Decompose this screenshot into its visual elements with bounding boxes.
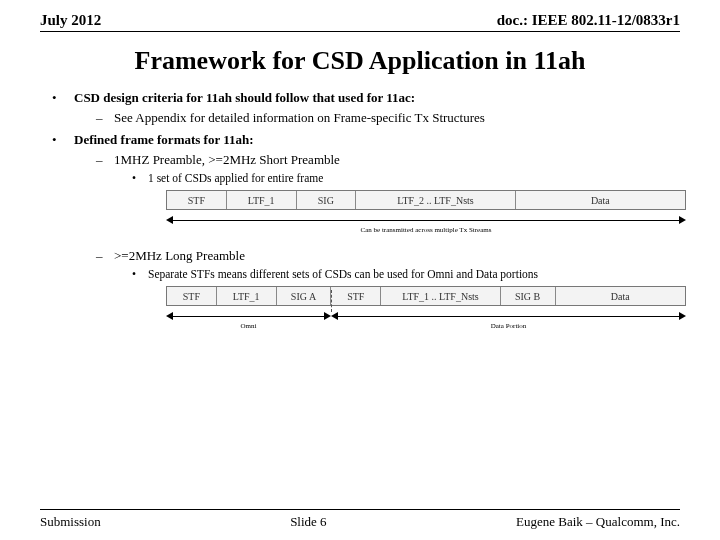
header-docid: doc.: IEEE 802.11-12/0833r1: [497, 12, 680, 29]
seg: STF: [331, 287, 381, 305]
seg: LTF_1: [227, 191, 297, 209]
arrow-label-omni: Omni: [166, 322, 331, 330]
footer: Submission Slide 6 Eugene Baik – Qualcom…: [0, 509, 720, 530]
seg: Data: [516, 191, 685, 209]
frame-row-2: STF LTF_1 SIG A STF LTF_1 .. LTF_Nsts SI…: [166, 286, 686, 306]
footer-center: Slide 6: [290, 514, 326, 530]
square-icon: •: [132, 172, 148, 184]
arrow-line: [172, 316, 325, 317]
dash-icon: –: [96, 248, 114, 264]
arrow-line: [337, 316, 680, 317]
page-title: Framework for CSD Application in 11ah: [0, 46, 720, 76]
bullet-2a1: 1 set of CSDs applied for entire frame: [148, 172, 323, 184]
footer-rule: [40, 509, 680, 510]
dash-icon: –: [96, 110, 114, 126]
arrow-label: Can be transmitted across multiple Tx St…: [166, 226, 686, 234]
frame-row-1: STF LTF_1 SIG LTF_2 .. LTF_Nsts Data: [166, 190, 686, 210]
arrow-label-data: Data Portion: [331, 322, 686, 330]
bullet-icon: •: [52, 90, 74, 106]
arrow-line: [172, 220, 680, 221]
seg: LTF_1: [217, 287, 277, 305]
bullet-2b1: Separate STFs means different sets of CS…: [148, 268, 538, 280]
square-icon: •: [132, 268, 148, 280]
bullet-1a: See Appendix for detailed information on…: [114, 110, 485, 126]
header-date: July 2012: [40, 12, 101, 29]
bullet-2a: 1MHZ Preamble, >=2MHz Short Preamble: [114, 152, 340, 168]
bullet-2: Defined frame formats for 11ah:: [74, 132, 254, 148]
seg: SIG: [297, 191, 357, 209]
seg: SIG B: [501, 287, 556, 305]
arrow-right-icon: [324, 312, 331, 320]
dash-icon: –: [96, 152, 114, 168]
seg: STF: [167, 191, 227, 209]
figure-1: STF LTF_1 SIG LTF_2 .. LTF_Nsts Data: [166, 190, 686, 242]
content: • CSD design criteria for 11ah should fo…: [0, 90, 720, 338]
seg: LTF_2 .. LTF_Nsts: [356, 191, 515, 209]
seg: SIG A: [277, 287, 332, 305]
arrow-right-icon: [679, 216, 686, 224]
bullet-icon: •: [52, 132, 74, 148]
seg: Data: [556, 287, 686, 305]
footer-left: Submission: [40, 514, 101, 530]
footer-right: Eugene Baik – Qualcomm, Inc.: [516, 514, 680, 530]
arrow-right-icon: [679, 312, 686, 320]
dashed-separator: [331, 290, 332, 312]
bullet-1: CSD design criteria for 11ah should foll…: [74, 90, 415, 106]
figure-2: STF LTF_1 SIG A STF LTF_1 .. LTF_Nsts SI…: [166, 286, 686, 338]
bullet-2b: >=2MHz Long Preamble: [114, 248, 245, 264]
header-rule: [40, 31, 680, 32]
seg: LTF_1 .. LTF_Nsts: [381, 287, 501, 305]
seg: STF: [167, 287, 217, 305]
